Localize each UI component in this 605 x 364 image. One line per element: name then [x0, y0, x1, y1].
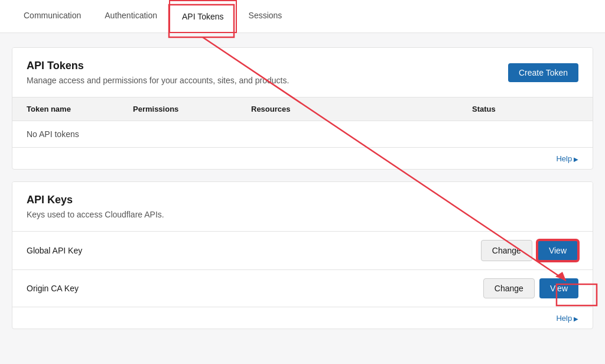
global-api-key-label: Global API Key — [27, 246, 82, 255]
tab-communication[interactable]: Communication — [12, 0, 93, 33]
col-resources: Resources — [251, 105, 472, 113]
api-tokens-empty-row: No API tokens — [12, 121, 593, 148]
api-tokens-table-header: Token name Permissions Resources Status — [12, 98, 593, 121]
api-tokens-card: API Tokens Manage access and permissions… — [12, 47, 593, 170]
col-permissions: Permissions — [133, 105, 251, 113]
origin-ca-key-label: Origin CA Key — [27, 284, 79, 293]
api-keys-card: API Keys Keys used to access Cloudflare … — [12, 181, 593, 329]
origin-ca-key-actions: Change View — [483, 278, 578, 298]
api-tokens-help-row: Help — [12, 148, 593, 169]
api-tokens-title: API Tokens — [27, 60, 289, 72]
api-keys-info: API Keys Keys used to access Cloudflare … — [27, 194, 164, 219]
nav-tabs: Communication Authentication API Tokens … — [0, 0, 605, 33]
create-token-button[interactable]: Create Token — [508, 63, 578, 82]
api-keys-help-row: Help — [12, 307, 593, 329]
api-tokens-description: Manage access and permissions for your a… — [27, 76, 289, 85]
api-tokens-help-link[interactable]: Help — [556, 154, 578, 163]
api-keys-title: API Keys — [27, 194, 164, 206]
origin-ca-key-row: Origin CA Key Change View — [12, 270, 593, 307]
global-api-key-view-button[interactable]: View — [537, 240, 578, 261]
tab-authentication[interactable]: Authentication — [93, 0, 169, 33]
main-content: API Tokens Manage access and permissions… — [0, 33, 605, 343]
global-api-key-change-button[interactable]: Change — [481, 240, 532, 261]
api-tokens-card-header: API Tokens Manage access and permissions… — [12, 48, 593, 98]
tab-sessions[interactable]: Sessions — [237, 0, 294, 33]
global-api-key-row: Global API Key Change View — [12, 232, 593, 270]
api-keys-card-header: API Keys Keys used to access Cloudflare … — [12, 182, 593, 232]
global-api-key-actions: Change View — [481, 240, 578, 261]
origin-ca-key-view-button[interactable]: View — [539, 278, 578, 298]
api-keys-help-link[interactable]: Help — [556, 314, 578, 323]
tab-api-tokens[interactable]: API Tokens — [169, 0, 237, 33]
api-keys-description: Keys used to access Cloudflare APIs. — [27, 210, 164, 219]
col-status: Status — [472, 105, 578, 113]
origin-ca-key-change-button[interactable]: Change — [483, 278, 535, 298]
api-tokens-info: API Tokens Manage access and permissions… — [27, 60, 289, 85]
col-token-name: Token name — [27, 105, 133, 113]
